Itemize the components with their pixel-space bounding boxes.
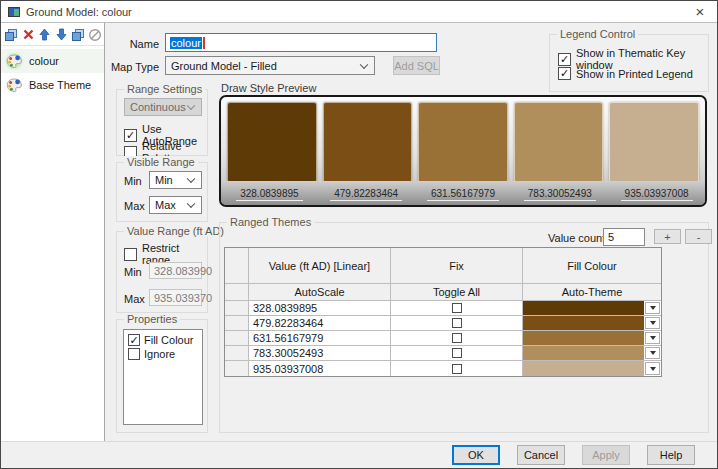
- checkbox-icon[interactable]: [452, 348, 462, 358]
- checkbox-icon[interactable]: [558, 53, 571, 66]
- subheader-autoscale[interactable]: AutoScale: [249, 284, 391, 300]
- colour-swatch: [523, 301, 644, 315]
- row-header-cell[interactable]: [225, 346, 249, 360]
- value-cell[interactable]: 328.0839895: [249, 301, 391, 315]
- sidebar-toolbar: [1, 23, 104, 46]
- colour-dropdown-button[interactable]: [645, 332, 660, 344]
- row-header-cell[interactable]: [225, 301, 249, 315]
- row-header-cell[interactable]: [225, 331, 249, 345]
- colour-dropdown-button[interactable]: [645, 302, 660, 314]
- fill-colour-cell[interactable]: [523, 361, 661, 376]
- help-button[interactable]: Help: [647, 445, 695, 465]
- fix-cell[interactable]: [391, 316, 523, 330]
- fix-cell[interactable]: [391, 301, 523, 315]
- duplicate-icon[interactable]: [4, 27, 19, 42]
- legend-control-group: Legend Control Show in Thematic Key wind…: [549, 34, 709, 92]
- checkbox-icon[interactable]: [452, 333, 462, 343]
- add-value-button[interactable]: +: [654, 229, 681, 244]
- value-max-field[interactable]: 935.039370: [149, 289, 202, 306]
- dropdown-arrow-icon: [650, 321, 656, 325]
- table-subheader-row: AutoScale Toggle All Auto-Theme: [225, 284, 661, 301]
- dropdown-arrow-icon: [650, 336, 656, 340]
- close-icon[interactable]: ×: [683, 1, 717, 22]
- chevron-down-icon: [360, 60, 368, 68]
- checkbox-icon[interactable]: [452, 303, 462, 313]
- name-label: Name: [105, 38, 159, 50]
- fix-cell[interactable]: [391, 361, 523, 376]
- fill-colour-option[interactable]: Fill Colour: [126, 333, 200, 347]
- cancel-button[interactable]: Cancel: [517, 445, 565, 465]
- apply-button[interactable]: Apply: [582, 445, 630, 465]
- checkbox-icon[interactable]: [124, 248, 137, 261]
- preview-tick-label: 631.56167979: [415, 188, 512, 199]
- ignore-option[interactable]: Ignore: [126, 347, 200, 361]
- remove-value-button[interactable]: -: [685, 229, 712, 244]
- ranged-themes-table: Value (ft AD) [Linear] Fix Fill Colour A…: [224, 247, 662, 377]
- add-sql-button[interactable]: Add SQL: [393, 56, 440, 75]
- value-cell[interactable]: 935.03937008: [249, 361, 391, 376]
- colour-swatch: [523, 346, 644, 360]
- visible-range-title: Visible Range: [124, 156, 198, 168]
- clear-icon[interactable]: [87, 27, 102, 42]
- text-caret: [203, 37, 205, 49]
- delete-icon[interactable]: [21, 27, 36, 42]
- visible-range-group: Visible Range Min Min Max Max: [116, 162, 208, 222]
- copy-icon[interactable]: [71, 27, 86, 42]
- list-item-label: Ignore: [144, 348, 175, 360]
- range-settings-title: Range Settings: [124, 83, 205, 95]
- subheader-toggle-all[interactable]: Toggle All: [391, 284, 523, 300]
- chevron-down-icon: [187, 102, 195, 110]
- name-input[interactable]: colour: [165, 33, 437, 52]
- theme-item-label: colour: [29, 55, 59, 67]
- preview-tick-label: 935.03937008: [608, 188, 705, 199]
- row-header-cell[interactable]: [225, 316, 249, 330]
- table-row: 783.30052493: [225, 346, 661, 361]
- value-min-label: Min: [124, 266, 142, 278]
- ok-button[interactable]: OK: [452, 445, 500, 465]
- move-down-icon[interactable]: [54, 27, 69, 42]
- subheader-auto-theme[interactable]: Auto-Theme: [523, 284, 661, 300]
- properties-title: Properties: [124, 313, 180, 325]
- map-type-select[interactable]: Ground Model - Filled: [165, 56, 375, 75]
- list-item-label: Fill Colour: [144, 334, 194, 346]
- properties-group: Properties Fill Colour Ignore: [116, 319, 208, 433]
- range-settings-group: Range Settings Continuous Use AutoRange …: [116, 89, 208, 156]
- visible-min-select[interactable]: Min: [149, 171, 202, 189]
- colour-dropdown-button[interactable]: [645, 317, 660, 329]
- fix-cell[interactable]: [391, 331, 523, 345]
- checkbox-icon[interactable]: [128, 348, 140, 360]
- fill-colour-cell[interactable]: [523, 331, 661, 345]
- dropdown-arrow-icon: [650, 306, 656, 310]
- checkbox-icon[interactable]: [558, 67, 571, 80]
- value-cell[interactable]: 631.56167979: [249, 331, 391, 345]
- move-up-icon[interactable]: [37, 27, 52, 42]
- titlebar: Ground Model: colour ×: [1, 1, 717, 23]
- chevron-down-icon: [187, 175, 195, 183]
- value-cell[interactable]: 783.30052493: [249, 346, 391, 360]
- value-count-input[interactable]: 5: [603, 228, 645, 246]
- theme-item-colour[interactable]: colour: [1, 49, 104, 73]
- fill-colour-cell[interactable]: [523, 346, 661, 360]
- show-printed-legend-checkbox[interactable]: Show in Printed Legend: [558, 67, 693, 80]
- checkbox-icon[interactable]: [452, 364, 462, 374]
- fix-cell[interactable]: [391, 346, 523, 360]
- checkbox-icon[interactable]: [128, 334, 140, 346]
- table-header-row: Value (ft AD) [Linear] Fix Fill Colour: [225, 248, 661, 284]
- main-panel: Name colour Map Type Ground Model - Fill…: [105, 23, 717, 441]
- checkbox-icon[interactable]: [452, 318, 462, 328]
- map-type-label: Map Type: [105, 61, 159, 73]
- value-cell[interactable]: 479.82283464: [249, 316, 391, 330]
- colour-dropdown-button[interactable]: [645, 347, 660, 359]
- range-mode-select[interactable]: Continuous: [124, 98, 202, 116]
- fill-colour-cell[interactable]: [523, 316, 661, 330]
- theme-item-base-theme[interactable]: Base Theme: [1, 73, 104, 97]
- fill-colour-cell[interactable]: [523, 301, 661, 315]
- column-header: Fix: [391, 248, 523, 283]
- ranged-themes-group: Ranged Themes Value count: 5 + - Value (…: [219, 222, 709, 433]
- row-header-cell: [225, 284, 249, 300]
- preview-swatch: [227, 102, 317, 183]
- value-min-field[interactable]: 328.083990: [149, 262, 202, 279]
- visible-max-select[interactable]: Max: [149, 196, 202, 214]
- colour-dropdown-button[interactable]: [645, 362, 660, 375]
- row-header-cell[interactable]: [225, 361, 249, 376]
